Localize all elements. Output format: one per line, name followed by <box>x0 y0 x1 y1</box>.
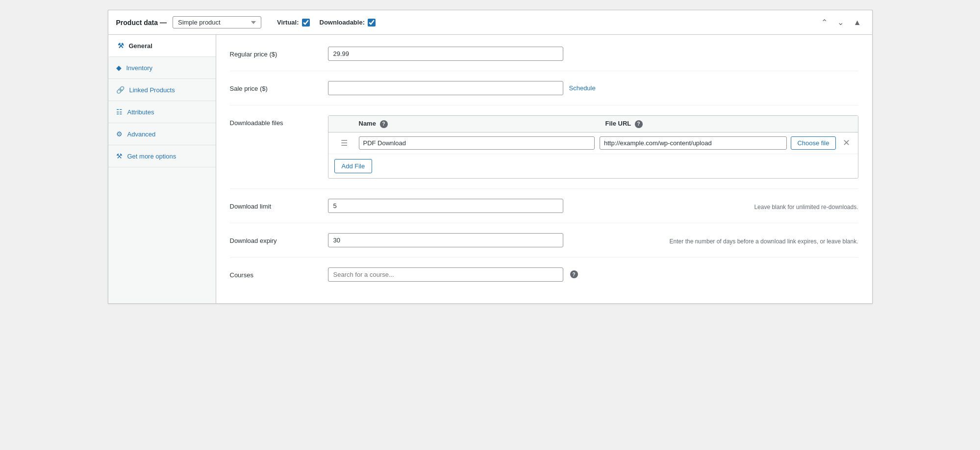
downloadable-checkbox-label[interactable]: Downloadable: <box>320 19 376 26</box>
sale-price-label: Sale price ($) <box>230 81 328 92</box>
regular-price-label: Regular price ($) <box>230 47 328 58</box>
downloadable-files-table: Name ? File URL ? ☰ <box>328 115 858 179</box>
virtual-label: Virtual: <box>277 19 299 26</box>
sidebar: ⚒ General ◆ Inventory 🔗 Linked Products … <box>108 35 216 303</box>
panel-body: ⚒ General ◆ Inventory 🔗 Linked Products … <box>108 35 872 303</box>
sidebar-item-general[interactable]: ⚒ General <box>108 35 216 57</box>
collapse-up-button[interactable]: ⌃ <box>818 17 830 28</box>
gear-icon: ⚙ <box>116 130 123 138</box>
product-data-panel: Product data — Simple product Variable p… <box>108 10 873 304</box>
download-limit-input[interactable] <box>328 199 563 213</box>
table-header-name: Name ? <box>359 120 601 128</box>
courses-control: ? <box>328 267 858 282</box>
courses-row: Courses ? <box>230 267 858 291</box>
link-icon: 🔗 <box>116 86 125 94</box>
add-file-row: Add File <box>328 154 858 178</box>
sidebar-label-attributes: Attributes <box>127 108 154 116</box>
downloadable-files-control: Name ? File URL ? ☰ <box>328 115 858 179</box>
virtual-checkbox-label[interactable]: Virtual: <box>277 19 310 26</box>
panel-title: Product data — <box>116 19 167 26</box>
sidebar-item-linked-products[interactable]: 🔗 Linked Products <box>108 79 216 101</box>
sidebar-item-get-more-options[interactable]: ⚒ Get more options <box>108 145 216 167</box>
collapse-down-button[interactable]: ⌄ <box>834 17 847 28</box>
sidebar-label-get-more-options: Get more options <box>127 153 176 160</box>
sale-price-input[interactable] <box>328 81 563 95</box>
drag-handle[interactable]: ☰ <box>334 138 354 148</box>
download-limit-control <box>328 199 747 213</box>
courses-help-icon[interactable]: ? <box>570 270 578 278</box>
add-file-button[interactable]: Add File <box>334 159 373 173</box>
download-expiry-help: Enter the number of days before a downlo… <box>670 233 858 246</box>
sale-price-control: Schedule <box>328 81 858 95</box>
sidebar-item-inventory[interactable]: ◆ Inventory <box>108 57 216 79</box>
download-expiry-label: Download expiry <box>230 233 328 244</box>
courses-label: Courses <box>230 267 328 279</box>
sale-price-inner: Schedule <box>328 81 858 95</box>
downloadable-checkbox[interactable] <box>368 19 376 26</box>
sidebar-item-attributes[interactable]: ☷ Attributes <box>108 101 216 123</box>
sidebar-label-advanced: Advanced <box>127 131 156 138</box>
choose-file-button[interactable]: Choose file <box>791 136 835 150</box>
courses-field: ? <box>328 267 858 282</box>
table-row: ☰ Choose file ✕ <box>328 132 858 154</box>
regular-price-control <box>328 47 858 61</box>
sidebar-item-advanced[interactable]: ⚙ Advanced <box>108 123 216 145</box>
wrench2-icon: ⚒ <box>116 152 123 160</box>
table-header-file-url: File URL ? <box>605 120 847 128</box>
sidebar-label-general: General <box>129 42 152 50</box>
courses-search-input[interactable] <box>328 267 563 282</box>
virtual-checkbox[interactable] <box>302 19 310 26</box>
schedule-link[interactable]: Schedule <box>569 84 596 92</box>
product-type-select[interactable]: Simple product Variable product Grouped … <box>173 16 261 28</box>
downloadable-label: Downloadable: <box>320 19 365 26</box>
panel-header: Product data — Simple product Variable p… <box>108 10 872 35</box>
sidebar-label-inventory: Inventory <box>126 64 152 72</box>
table-header: Name ? File URL ? <box>328 116 858 132</box>
diamond-icon: ◆ <box>116 64 122 72</box>
panel-header-actions: ⌃ ⌄ ▲ <box>818 17 864 28</box>
sale-price-row: Sale price ($) Schedule <box>230 81 858 106</box>
remove-file-button[interactable]: ✕ <box>841 138 852 147</box>
wrench-icon: ⚒ <box>118 42 124 50</box>
regular-price-row: Regular price ($) <box>230 47 858 71</box>
main-content: Regular price ($) Sale price ($) Schedul… <box>216 35 872 303</box>
file-url-help-icon[interactable]: ? <box>635 120 643 128</box>
url-choose-group: Choose file <box>600 136 836 150</box>
file-name-input[interactable] <box>359 136 595 150</box>
download-limit-label: Download limit <box>230 199 328 210</box>
download-limit-row: Download limit Leave blank for unlimited… <box>230 199 858 223</box>
name-help-icon[interactable]: ? <box>380 120 388 128</box>
file-url-input[interactable] <box>600 136 787 150</box>
download-limit-help: Leave blank for unlimited re-downloads. <box>754 199 858 212</box>
collapse-toggle-button[interactable]: ▲ <box>851 17 864 28</box>
download-expiry-row: Download expiry Enter the number of days… <box>230 233 858 258</box>
download-expiry-control <box>328 233 662 247</box>
sidebar-label-linked-products: Linked Products <box>129 86 175 94</box>
virtual-downloadable-group: Virtual: Downloadable: <box>277 19 376 26</box>
table-icon: ☷ <box>116 108 123 116</box>
regular-price-input[interactable] <box>328 47 563 61</box>
downloadable-files-label: Downloadable files <box>230 115 328 127</box>
download-expiry-input[interactable] <box>328 233 563 247</box>
downloadable-files-row: Downloadable files Name ? File URL ? <box>230 115 858 189</box>
